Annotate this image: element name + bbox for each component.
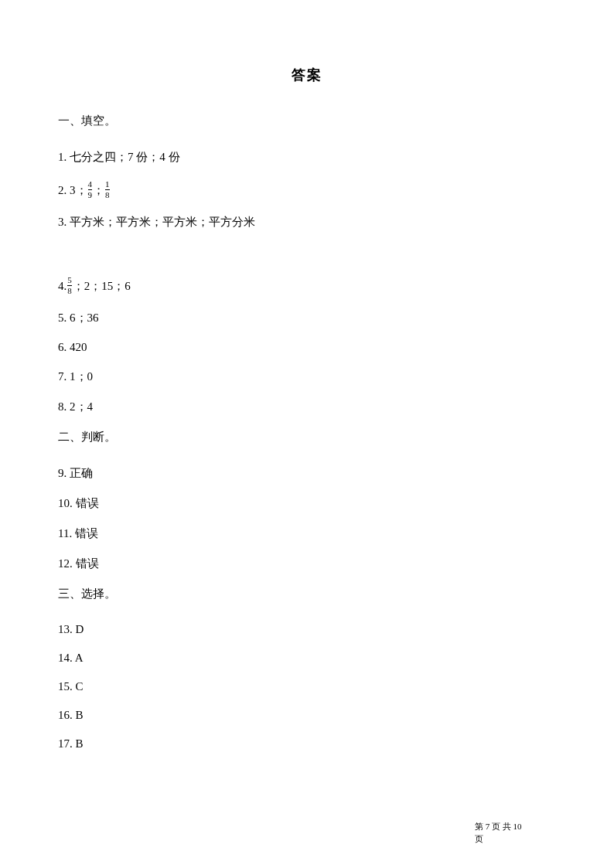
answer-10: 10. 错误 <box>58 496 556 511</box>
fraction-1-8: 1 8 <box>105 180 110 199</box>
fraction-5-8: 5 8 <box>67 276 72 295</box>
answer-16: 16. B <box>58 709 556 722</box>
answer-15: 15. C <box>58 680 556 693</box>
answer-6: 6. 420 <box>58 341 556 354</box>
footer-line-2: 页 <box>475 833 537 845</box>
page-footer: 第 7 页 共 10 页 <box>475 821 537 845</box>
answer-9: 9. 正确 <box>58 466 556 481</box>
answer-14: 14. A <box>58 652 556 665</box>
fraction-denominator: 8 <box>67 285 72 295</box>
answer-5: 5. 6；36 <box>58 311 556 325</box>
fraction-4-9: 4 9 <box>88 180 93 199</box>
fraction-denominator: 8 <box>105 189 110 199</box>
page-title: 答案 <box>58 66 556 84</box>
answer-2: 2. 3； 4 9 ； 1 8 <box>58 180 556 199</box>
answer-7: 7. 1；0 <box>58 369 556 384</box>
answer-2-prefix: 2. 3； <box>58 183 87 197</box>
answer-4: 4. 5 8 ；2；15；6 <box>58 276 556 295</box>
answer-11: 11. 错误 <box>58 526 556 541</box>
answer-8: 8. 2；4 <box>58 400 556 414</box>
answer-4-prefix: 4. <box>58 279 67 293</box>
answer-12: 12. 错误 <box>58 557 556 571</box>
section-header-2: 二、判断。 <box>58 430 556 444</box>
answer-1: 1. 七分之四；7 份；4 份 <box>58 150 556 165</box>
answer-17: 17. B <box>58 737 556 751</box>
answer-4-suffix: ；2；15；6 <box>73 279 131 293</box>
section-header-1: 一、填空。 <box>58 114 556 128</box>
fraction-numerator: 5 <box>67 276 72 285</box>
answer-3: 3. 平方米；平方米；平方米；平方分米 <box>58 215 556 230</box>
answer-2-sep: ； <box>93 183 104 197</box>
fraction-numerator: 1 <box>105 180 110 189</box>
fraction-denominator: 9 <box>88 189 93 199</box>
answer-13: 13. D <box>58 623 556 636</box>
fraction-numerator: 4 <box>88 180 93 189</box>
footer-line-1: 第 7 页 共 10 <box>475 821 537 832</box>
section-header-3: 三、选择。 <box>58 587 556 601</box>
